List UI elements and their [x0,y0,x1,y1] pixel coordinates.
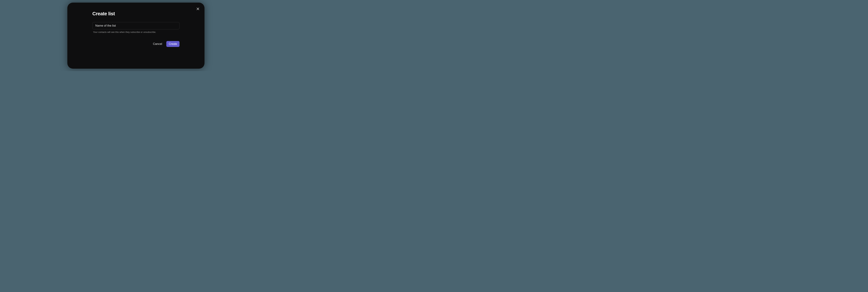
modal-content: Create list Your contacts will see this … [72,7,199,47]
create-list-modal: Create list Your contacts will see this … [67,3,205,69]
create-button[interactable]: Create [166,41,180,47]
button-row: Cancel Create [92,41,180,47]
list-name-input[interactable] [92,22,180,29]
modal-title: Create list [92,11,180,17]
close-icon [196,7,199,11]
cancel-button[interactable]: Cancel [153,42,162,46]
close-button[interactable] [196,7,200,11]
helper-text: Your contacts will see this when they su… [92,31,180,33]
